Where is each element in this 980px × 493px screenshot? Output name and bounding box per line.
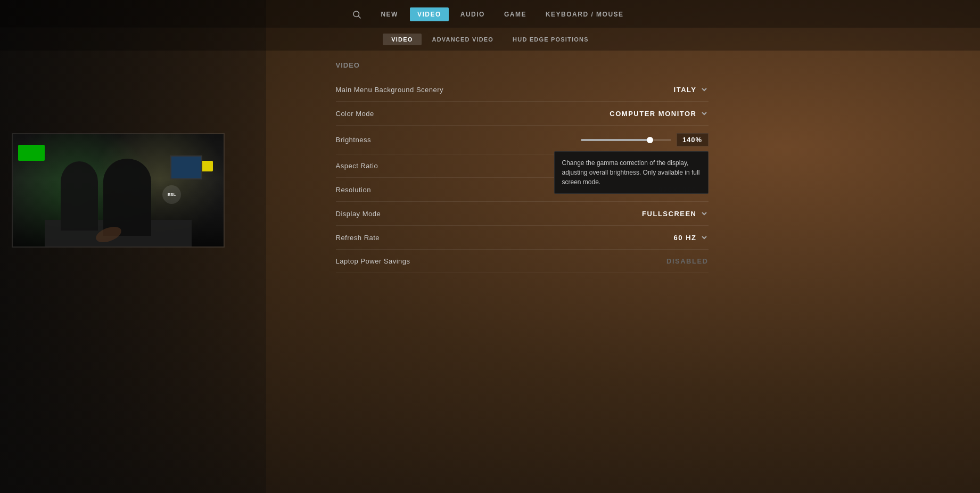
chevron-down-icon [700, 233, 709, 242]
setting-row-brightness: Brightness 140% Change the gamma correct… [336, 126, 709, 154]
brightness-slider-track[interactable] [581, 139, 671, 141]
chevron-down-icon [700, 85, 709, 94]
sub-nav-hud-edge[interactable]: HUD EDGE POSITIONS [504, 34, 597, 45]
nav-item-game[interactable]: GAME [497, 7, 534, 21]
tooltip-text: Change the gamma correction of the displ… [562, 159, 700, 186]
settings-panel: Video Main Menu Background Scenery ITALY… [336, 61, 709, 273]
brightness-tooltip: Change the gamma correction of the displ… [554, 151, 709, 194]
refresh-rate-dropdown[interactable]: 60 HZ [674, 233, 709, 242]
chevron-down-icon [700, 209, 709, 218]
display-mode-dropdown[interactable]: FULLSCREEN [642, 209, 708, 218]
sub-nav-advanced-video[interactable]: ADVANCED VIDEO [424, 34, 503, 45]
svg-point-0 [353, 11, 359, 17]
laptop-power-value: DISABLED [666, 257, 708, 265]
section-title: Video [336, 61, 709, 69]
main-menu-bg-value: ITALY [674, 86, 697, 94]
setting-row-main-menu-bg: Main Menu Background Scenery ITALY [336, 78, 709, 102]
setting-label-main-menu-bg: Main Menu Background Scenery [336, 86, 444, 94]
setting-row-laptop-power: Laptop Power Savings DISABLED [336, 250, 709, 273]
main-menu-bg-dropdown[interactable]: ITALY [674, 85, 709, 94]
setting-label-color-mode: Color Mode [336, 110, 374, 118]
setting-label-brightness: Brightness [336, 136, 371, 144]
brightness-control: 140% [581, 133, 709, 146]
content-area: Video Main Menu Background Scenery ITALY… [0, 51, 980, 273]
refresh-rate-value: 60 HZ [674, 234, 697, 242]
nav-item-new[interactable]: NEW [373, 7, 406, 21]
color-mode-value: COMPUTER MONITOR [610, 110, 696, 118]
sub-nav-video[interactable]: VIDEO [383, 34, 421, 45]
search-icon [352, 10, 361, 19]
svg-line-1 [359, 16, 361, 18]
setting-label-resolution: Resolution [336, 186, 371, 194]
brightness-value: 140% [677, 133, 709, 146]
color-mode-dropdown[interactable]: COMPUTER MONITOR [610, 109, 708, 118]
nav-item-keyboard-mouse[interactable]: KEYBOARD / MOUSE [538, 7, 631, 21]
sub-navigation: VIDEO ADVANCED VIDEO HUD EDGE POSITIONS [0, 28, 980, 51]
brightness-slider-fill [581, 139, 653, 141]
nav-item-audio[interactable]: AUDIO [453, 7, 492, 21]
setting-label-laptop-power: Laptop Power Savings [336, 257, 410, 265]
setting-row-refresh-rate: Refresh Rate 60 HZ [336, 226, 709, 250]
brightness-slider-thumb[interactable] [647, 137, 653, 143]
setting-label-refresh-rate: Refresh Rate [336, 234, 380, 242]
setting-label-display-mode: Display Mode [336, 210, 381, 218]
search-button[interactable] [349, 6, 365, 22]
top-navigation: NEW VIDEO AUDIO GAME KEYBOARD / MOUSE [0, 0, 980, 28]
display-mode-value: FULLSCREEN [642, 210, 696, 218]
setting-row-display-mode: Display Mode FULLSCREEN [336, 202, 709, 226]
laptop-power-value-wrap: DISABLED [666, 257, 708, 265]
nav-item-video[interactable]: VIDEO [410, 7, 449, 21]
setting-row-color-mode: Color Mode COMPUTER MONITOR [336, 102, 709, 126]
setting-label-aspect-ratio: Aspect Ratio [336, 162, 378, 170]
chevron-down-icon [700, 109, 709, 118]
